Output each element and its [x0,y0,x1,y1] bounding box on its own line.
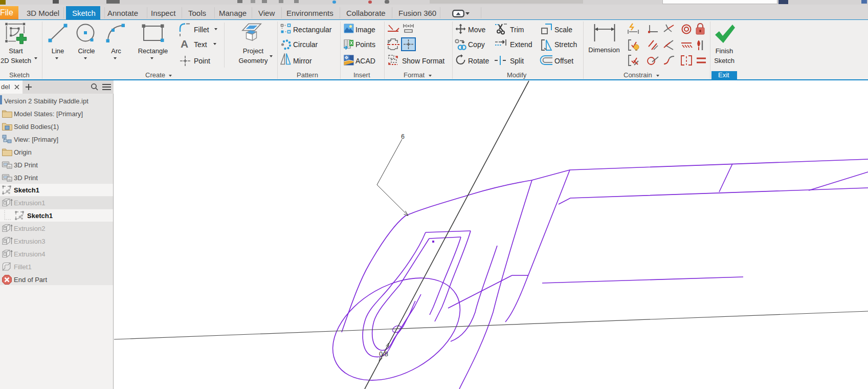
svg-text:0.8: 0.8 [379,350,388,358]
svg-text:6: 6 [401,133,405,140]
